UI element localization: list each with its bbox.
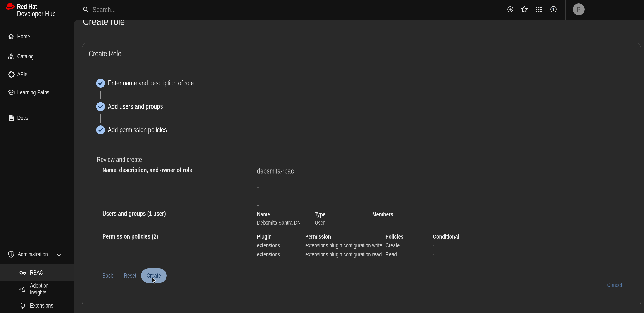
svg-text:?: ? (552, 8, 554, 12)
